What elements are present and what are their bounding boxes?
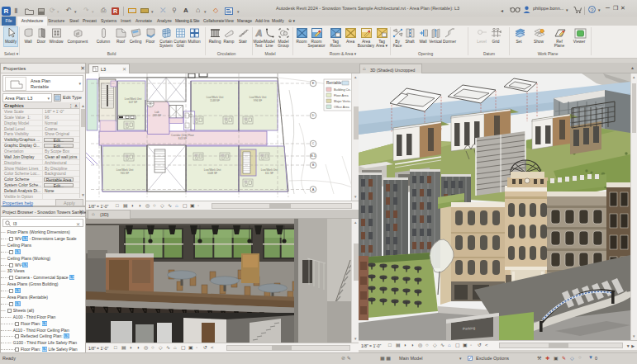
svg-text:C: C bbox=[312, 141, 315, 145]
svg-text:Building Co...: Building Co... bbox=[334, 88, 351, 92]
svg-text:965 SF: 965 SF bbox=[121, 172, 129, 175]
svg-text:647 SF: 647 SF bbox=[129, 101, 137, 104]
svg-text:B: B bbox=[312, 163, 315, 167]
svg-text:A: A bbox=[312, 187, 315, 191]
svg-text:B.1: B.1 bbox=[311, 154, 316, 158]
svg-text:Major Vertic...: Major Vertic... bbox=[334, 100, 351, 103]
svg-text:289 SF: 289 SF bbox=[153, 114, 161, 117]
svg-text:611 SF: 611 SF bbox=[265, 172, 273, 175]
svg-text:Rentable: Rentable bbox=[326, 81, 342, 85]
svg-text:1048 SF: 1048 SF bbox=[207, 172, 217, 175]
svg-text:1148 SF: 1148 SF bbox=[210, 99, 220, 102]
svg-text:843 SF: 843 SF bbox=[178, 137, 187, 140]
svg-text:D: D bbox=[312, 113, 315, 117]
svg-text:Office Area: Office Area bbox=[334, 106, 350, 109]
svg-text:996 SF: 996 SF bbox=[254, 99, 262, 102]
svg-text:E: E bbox=[312, 81, 315, 85]
svg-text:Floor Area: Floor Area bbox=[334, 94, 349, 97]
